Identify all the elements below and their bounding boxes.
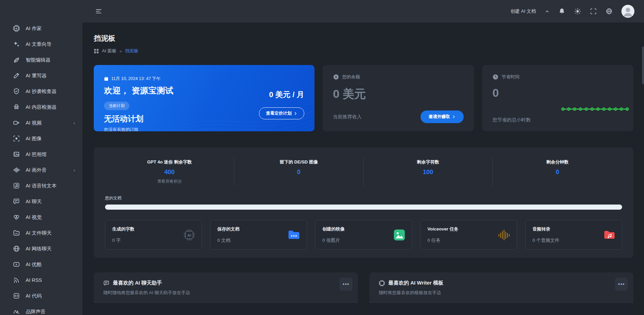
sidebar-item-ai-writer[interactable]: AI AI 作家 [0, 21, 82, 36]
image-icon [393, 229, 405, 241]
sidebar-item-ai-code[interactable]: AI 代码 [0, 288, 82, 304]
sidebar-item-label: AI 画外音 [26, 167, 47, 173]
sidebar-item-ai-web-chat[interactable]: AI 网络聊天 [0, 241, 82, 257]
theme-sun-icon[interactable] [574, 8, 581, 15]
credit-col-desd-images: 留下的 DE/SD 图像 0 [234, 158, 364, 186]
credit-label: 留下的 DE/SD 图像 [238, 159, 360, 165]
balance-note: 当前推荐收入 [333, 114, 362, 120]
sidebar-item-ai-youtube[interactable]: AI 优酷 [0, 257, 82, 272]
folder-dots-icon [13, 229, 20, 236]
notifications-bell-icon[interactable] [558, 8, 565, 15]
favorite-chat-body [94, 302, 358, 315]
view-pricing-button[interactable]: 查看定价计划 [259, 107, 304, 119]
sidebar-item-label: AI 优酷 [26, 261, 42, 268]
sidebar-item-label: 品牌声音 [26, 309, 46, 315]
chevron-right-icon: › [74, 168, 75, 173]
sidebar-item-label: AI 聊天 [26, 198, 42, 205]
page-title: 挡泥板 [94, 34, 633, 43]
chevron-up-icon[interactable] [545, 9, 550, 14]
time-saved-value: 0 [492, 86, 623, 100]
credit-col-minutes: 剩余分钟数 0 [493, 158, 622, 186]
sidebar-item-label: AI 文章向导 [26, 41, 52, 48]
sidebar-item-ai-images[interactable]: AI 图像 [0, 131, 82, 146]
photo-film-icon [13, 151, 20, 158]
credit-value: 0 [238, 169, 360, 176]
favorites-row: 最喜欢的 AI 聊天助手 随时随地将您最喜欢的 AI 聊天助手放在手边 ••• … [94, 272, 633, 315]
sidebar-item-ai-rss[interactable]: AI RSS [0, 272, 82, 288]
view-pricing-label: 查看定价计划 [266, 110, 292, 116]
dollar-coin-icon: $ [333, 74, 339, 80]
invite-earn-label: 邀请并赚取 [429, 114, 450, 120]
sidebar-item-label: AI 文件聊天 [26, 230, 52, 236]
chat-bubble-icon [13, 198, 20, 205]
detective-icon [13, 104, 20, 110]
credit-col-gpt4o-words: GPT 4o 迷你 剩余字数 400 查看所有积分 [105, 158, 234, 186]
rss-icon [13, 277, 20, 284]
credit-value: 0 [496, 169, 619, 176]
image-capture-icon [13, 135, 20, 142]
chevron-right-icon [294, 112, 297, 115]
user-avatar[interactable] [621, 5, 634, 18]
app-window: AI AI 作家 AI 文章向导 智能编辑器 AI 重写器 AI 抄袭检查器 A… [0, 0, 644, 315]
time-saved-sparkline [561, 105, 629, 114]
banner-date: 11月 10, 2024 13: 47 下午 [111, 76, 160, 82]
sidebar-item-label: AI 语音转文本 [26, 183, 56, 189]
topbar: 创建 AI 文档 [82, 0, 644, 23]
more-options-button[interactable]: ••• [615, 278, 628, 291]
sidebar-item-ai-file-chat[interactable]: AI 文件聊天 [0, 225, 82, 241]
language-globe-icon[interactable] [606, 8, 613, 15]
sidebar-item-label: AI 代码 [26, 293, 42, 299]
sidebar-item-ai-photo-studio[interactable]: AI 照相馆 [0, 146, 82, 162]
more-options-button[interactable]: ••• [339, 278, 352, 291]
your-documents-label: 您的文档 [105, 195, 622, 201]
credit-link [367, 179, 489, 183]
chevron-right-icon: › [74, 120, 75, 126]
sidebar-item-ai-rewriter[interactable]: AI 重写器 [0, 68, 82, 83]
favorite-writer-templates-card: 最喜欢的 AI Writer 模板 随时将您最喜欢的模板放在手边 ••• [369, 272, 633, 315]
scrollbar[interactable] [642, 45, 644, 315]
sidebar-item-ai-chat[interactable]: AI 聊天 [0, 194, 82, 209]
sidebar-item-label: 智能编辑器 [26, 57, 51, 63]
sidebar-item-ai-vision[interactable]: AI 视觉 [0, 209, 82, 225]
sidebar-item-label: AI 网络聊天 [26, 246, 52, 252]
sidebar-item-label: AI 作家 [26, 25, 42, 32]
sidebar-item-speech-to-text[interactable]: AI 语音转文本 [0, 178, 82, 194]
credit-label: GPT 4o 迷你 剩余字数 [108, 159, 231, 165]
stat-tile-voiceover-tasks: Voiceover 任务 0 任务 [420, 220, 517, 250]
sidebar-item-brand-voice[interactable]: 品牌声音 [0, 304, 82, 315]
view-all-credits-link[interactable]: 查看所有积分 [108, 179, 231, 184]
create-ai-doc-button[interactable]: 创建 AI 文档 [511, 8, 536, 14]
sidebar-item-label: AI 重写器 [26, 73, 47, 79]
sidebar-item-content-detector[interactable]: AI 内容检测器 [0, 99, 82, 115]
sidebar-item-plagiarism-checker[interactable]: AI 抄袭检查器 [0, 83, 82, 99]
stat-tile-label: 音频转录 [532, 226, 615, 232]
plan-note: 您没有有效的订阅 [104, 127, 304, 131]
sidebar-item-ai-voiceover[interactable]: AI 画外音 › [0, 162, 82, 178]
balance-card: $ 您的余额 0 美元 当前推荐收入 邀请并赚取 [323, 65, 474, 131]
stat-tile-audio-transcriptions: 音频转录 0 个音频文件 [525, 220, 622, 250]
scrollbar-thumb[interactable] [642, 47, 644, 84]
sidebar-item-ai-video[interactable]: AI 视频 › [0, 115, 82, 131]
breadcrumb-current[interactable]: 挡泥板 [125, 48, 138, 54]
invite-earn-button[interactable]: 邀请并赚取 [421, 110, 464, 123]
sidebar-item-ai-article-wizard[interactable]: AI 文章向导 [0, 36, 82, 52]
credit-value: 400 [108, 169, 231, 176]
balance-amount: 0 美元 [333, 86, 464, 102]
credit-col-characters: 剩余字符数 100 [364, 158, 493, 186]
stat-tile-saved-documents: 保存的文档 0 文档 [210, 220, 307, 250]
breadcrumb-link-ai-panel[interactable]: AI 面板 [102, 48, 116, 54]
current-plan-badge: 当前计划 [104, 102, 129, 110]
sidebar: AI AI 作家 AI 文章向导 智能编辑器 AI 重写器 AI 抄袭检查器 A… [0, 0, 82, 315]
banner-date-row: 11月 10, 2024 13: 47 下午 [104, 76, 304, 82]
time-saved-title: 节省时间 [502, 74, 519, 80]
credit-label: 剩余字符数 [367, 159, 489, 165]
credit-link [496, 179, 619, 183]
waveform-icon [498, 229, 511, 241]
sidebar-item-smart-editor[interactable]: 智能编辑器 [0, 52, 82, 68]
fullscreen-icon[interactable] [590, 8, 597, 15]
code-square-icon [13, 292, 20, 299]
favorite-writer-body [369, 302, 633, 315]
video-camera-icon [13, 119, 20, 126]
hamburger-menu-icon[interactable] [95, 8, 103, 15]
favorite-writer-subtitle: 随时将您最喜欢的模板放在手边 [379, 290, 624, 296]
